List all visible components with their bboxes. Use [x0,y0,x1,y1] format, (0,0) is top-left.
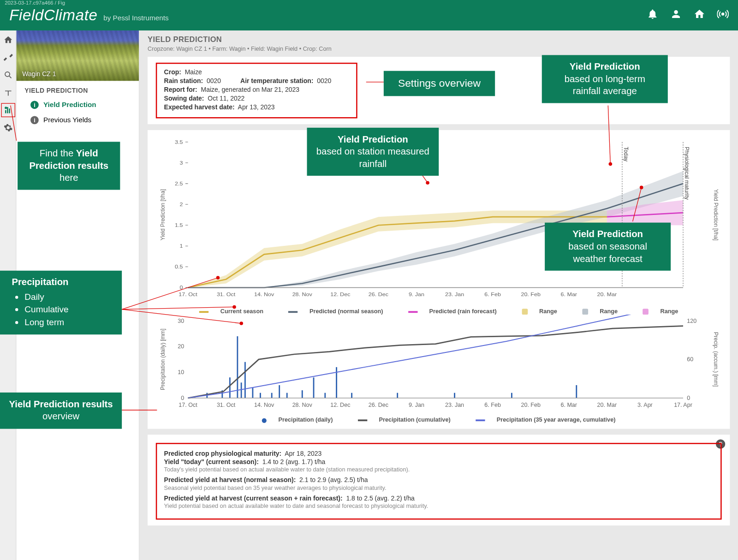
svg-text:28. Nov: 28. Nov [292,291,313,298]
svg-rect-77 [511,393,512,398]
svg-text:0.5: 0.5 [175,264,183,270]
topbar: 2023-03-17.c97a466 / Fig FieldClimate by… [0,0,738,30]
svg-rect-65 [252,388,254,398]
svg-text:Precipitation (daily) [mm]: Precipitation (daily) [mm] [160,329,166,390]
info-icon: i [30,116,39,124]
main-content: YIELD PREDICTION Cropzone: Wagin CZ 1 • … [139,30,738,560]
svg-text:12. Dec: 12. Dec [330,291,350,298]
svg-text:23. Jan: 23. Jan [445,402,464,408]
callout-yp-station: Yield Predictionbased on station measure… [307,128,439,176]
svg-text:Physiological maturity: Physiological maturity [684,147,690,200]
svg-text:17. Oct: 17. Oct [179,402,197,408]
svg-text:31. Oct: 31. Oct [217,291,236,298]
broadcast-icon[interactable] [717,8,728,22]
callout-results: Yield Prediction results overview [0,393,122,429]
bell-icon[interactable] [647,8,658,22]
svg-text:26. Dec: 26. Dec [369,402,388,408]
svg-text:12. Dec: 12. Dec [330,402,350,408]
svg-text:28. Nov: 28. Nov [292,402,313,408]
precip-chart-legend: Precipitation (daily) Precipitation (cum… [156,417,722,423]
svg-point-0 [721,12,724,15]
svg-rect-62 [237,336,238,398]
sidebar-title: YIELD PREDICTION [17,81,139,97]
breadcrumb: Cropzone: Wagin CZ 1 • Farm: Wagin • Fie… [148,46,730,52]
svg-rect-61 [229,378,231,399]
version-tag: 2023-03-17.c97a466 / Fig [5,0,65,6]
rail-home-icon[interactable] [2,34,13,46]
field-thumbnail[interactable]: Wagin CZ 1 [17,30,139,81]
sidebar-item-previous-yields[interactable]: i Previous Yields [17,113,139,128]
svg-text:17. Oct: 17. Oct [179,291,197,298]
svg-text:20. Mar: 20. Mar [597,291,617,298]
results-overview-box: Predicted crop physiological maturity: A… [156,443,722,520]
svg-rect-76 [454,393,455,398]
svg-text:20. Mar: 20. Mar [597,402,617,408]
svg-text:30: 30 [178,318,184,324]
results-card: ? Predicted crop physiological maturity:… [148,435,730,526]
svg-text:20: 20 [178,344,184,350]
svg-text:0: 0 [179,285,183,291]
svg-text:2.5: 2.5 [175,180,183,187]
callout-precip: Precipitation Daily Cumulative Long term [0,271,122,335]
svg-text:14. Nov: 14. Nov [254,291,274,298]
rail-tool-icon[interactable] [2,52,13,63]
callout-yp-longterm: Yield Predictionbased on long-term rainf… [542,55,668,103]
svg-text:Yield Prediction [t/ha]: Yield Prediction [t/ha] [713,189,719,240]
svg-text:20. Feb: 20. Feb [521,291,541,298]
svg-rect-64 [244,362,246,398]
svg-text:Today: Today [623,147,629,161]
svg-point-2 [5,107,7,109]
precip-chart: 010203006012017. Oct31. Oct14. Nov28. No… [156,315,722,414]
svg-rect-72 [324,393,326,398]
rail-settings-icon[interactable] [2,122,13,133]
svg-text:6. Mar: 6. Mar [561,402,577,408]
svg-text:3: 3 [179,160,183,166]
rail-sensor-icon[interactable] [2,87,13,98]
svg-text:1.5: 1.5 [175,222,183,228]
svg-rect-75 [397,393,398,398]
svg-text:120: 120 [687,318,696,324]
svg-text:6. Feb: 6. Feb [484,402,501,408]
svg-text:20. Feb: 20. Feb [521,402,541,408]
yield-chart-legend: Current season Predicted (normal season)… [156,308,722,315]
user-icon[interactable] [670,8,682,22]
svg-text:3. Apr: 3. Apr [637,402,653,408]
svg-text:0: 0 [687,395,690,401]
svg-point-1 [5,72,9,77]
svg-text:1: 1 [179,243,183,250]
svg-text:3.5: 3.5 [175,139,183,145]
settings-overview-box: Crop: Maize Rain station: 0020 Air tempe… [156,63,357,119]
svg-text:6. Mar: 6. Mar [561,291,577,298]
sidebar-item-label: Yield Prediction [43,101,96,109]
svg-text:Precip. (accum.) [mm]: Precip. (accum.) [mm] [713,332,719,387]
svg-rect-63 [241,383,242,398]
svg-rect-66 [260,393,261,398]
svg-rect-71 [313,378,315,399]
rail-search-icon[interactable] [2,69,13,81]
svg-text:9. Jan: 9. Jan [409,402,424,408]
rail-chart-icon[interactable] [2,104,13,116]
svg-rect-68 [279,385,280,398]
svg-text:0: 0 [181,395,184,401]
svg-text:23. Jan: 23. Jan [445,291,464,298]
svg-rect-78 [576,385,577,398]
callout-find-here: Find the Yield Prediction results here [18,142,120,190]
svg-text:26. Dec: 26. Dec [369,291,388,298]
svg-text:31. Oct: 31. Oct [217,402,236,408]
svg-text:60: 60 [687,357,693,363]
sidebar-item-label: Previous Yields [43,116,91,124]
page-title: YIELD PREDICTION [148,35,730,44]
svg-rect-74 [351,393,352,398]
farm-icon[interactable] [694,8,705,22]
svg-text:14. Nov: 14. Nov [254,402,274,408]
svg-text:6. Feb: 6. Feb [484,291,501,298]
svg-text:2: 2 [179,201,183,208]
logo: FieldClimate by Pessl Instruments [9,6,168,24]
svg-rect-67 [271,393,273,398]
svg-rect-69 [286,393,288,398]
svg-text:17. Apr: 17. Apr [674,402,692,408]
field-thumb-label: Wagin CZ 1 [22,70,56,77]
sidebar-item-yield-prediction[interactable]: i Yield Prediction [17,97,139,113]
callout-settings: Settings overview [384,71,495,96]
svg-text:10: 10 [178,369,184,376]
